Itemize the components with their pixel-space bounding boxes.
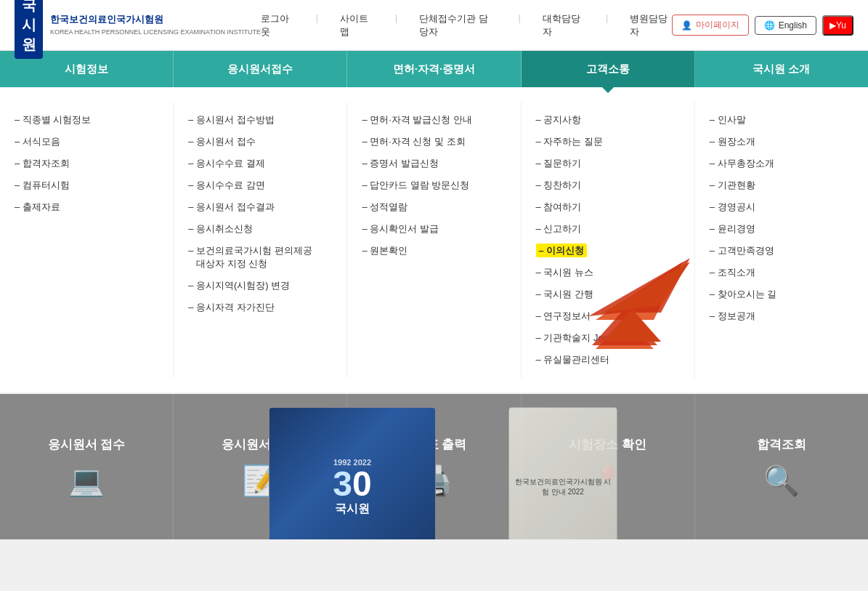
about-menu-list: – 인사말 – 원장소개 – 사무총장소개 – 기관현황 – 경영공시 – 윤리… xyxy=(710,109,853,327)
cust-menu-item[interactable]: – 공지사항 xyxy=(536,109,680,131)
about-menu-item[interactable]: – 사무총장소개 xyxy=(710,153,853,174)
cust-menu-item[interactable]: – 연구정보서 xyxy=(536,305,680,327)
globe-icon: 🌐 xyxy=(764,20,775,31)
bottom-item-apply[interactable]: 응시원서 접수 💻 xyxy=(0,394,174,539)
nav-divider: | xyxy=(316,12,318,39)
customer-menu-list: – 공지사항 – 자주하는 질문 – 질문하기 – 칭찬하기 – 참여하기 – … xyxy=(536,109,680,371)
lic-menu-item[interactable]: – 성적열람 xyxy=(362,196,506,218)
cust-menu-item[interactable]: – 기관학술지 Jeop xyxy=(536,327,680,349)
header-actions: 👤 마이페이지 🌐 English ▶ Yu xyxy=(672,15,853,36)
app-menu-item[interactable]: – 응시원서 접수결과 xyxy=(188,196,332,218)
cust-menu-item[interactable]: – 유실물관리센터 xyxy=(536,349,680,371)
mypage-button[interactable]: 👤 마이페이지 xyxy=(672,15,749,36)
bottom-item-result[interactable]: 합격조회 🔍 xyxy=(695,394,868,539)
about-menu-item[interactable]: – 정보공개 xyxy=(710,305,853,327)
about-menu-item[interactable]: – 찾아오시는 길 xyxy=(710,284,853,305)
lic-menu-item[interactable]: – 응시확인서 발급 xyxy=(362,218,506,240)
english-label: English xyxy=(779,20,807,31)
logo-icon: 국시원 xyxy=(15,0,43,59)
dropdown-col-customer: – 공지사항 – 자주하는 질문 – 질문하기 – 칭찬하기 – 참여하기 – … xyxy=(522,102,695,378)
license-menu-list: – 면허·자격 발급신청 안내 – 면허·자격 신청 및 조회 – 증명서 발급… xyxy=(362,109,506,262)
about-menu-item[interactable]: – 조직소개 xyxy=(710,262,853,284)
cust-menu-item-highlighted[interactable]: – 이의신청 xyxy=(536,240,680,262)
apply-icon: 💻 xyxy=(68,464,105,498)
nav-item-application[interactable]: 응시원서접수 xyxy=(174,51,347,87)
app-menu-item[interactable]: – 보건의료국가시험 편의제공 대상자 지정 신청 xyxy=(188,240,332,275)
cust-menu-item[interactable]: – 신고하기 xyxy=(536,218,680,240)
highlighted-text: – 이의신청 xyxy=(536,244,588,257)
book-overlay-1: 1992 2022 30 국시원 xyxy=(269,407,436,539)
lic-menu-item[interactable]: – 증명서 발급신청 xyxy=(362,153,506,174)
dropdown-col-about: – 인사말 – 원장소개 – 사무총장소개 – 기관현황 – 경영공시 – 윤리… xyxy=(695,102,868,378)
book-overlay-2: 한국보건의료인국가시험원 시험 안내 2022 xyxy=(508,407,617,539)
nav-divider3: | xyxy=(518,12,520,39)
logo-area: 국시원 한국보건의료인국가시험원 KOREA HEALTH PERSONNEL … xyxy=(15,0,261,59)
cust-menu-item[interactable]: – 질문하기 xyxy=(536,153,680,174)
nav-divider2: | xyxy=(395,12,397,39)
book-text-1: 1992 2022 30 국시원 xyxy=(333,458,371,517)
lic-menu-item[interactable]: – 면허·자격 발급신청 안내 xyxy=(362,109,506,131)
nav-item-customer[interactable]: 고객소통 xyxy=(522,51,695,87)
nav-item-exam-info[interactable]: 시험정보 xyxy=(0,51,174,87)
exam-menu-item[interactable]: – 합격자조회 xyxy=(15,153,158,174)
nav-item-license[interactable]: 면허·자격·증명서 xyxy=(347,51,521,87)
mypage-label: 마이페이지 xyxy=(696,19,739,31)
app-menu-item[interactable]: – 응시수수료 감면 xyxy=(188,174,332,196)
about-menu-item[interactable]: – 원장소개 xyxy=(710,131,853,153)
lic-menu-item[interactable]: – 답안카드 열람 방문신청 xyxy=(362,174,506,196)
header-nav: 로그아웃 | 사이트맵 | 단체접수기관 담당자 | 대학담당자 | 병원담당자 xyxy=(261,12,672,39)
nav-university[interactable]: 대학담당자 xyxy=(543,12,584,39)
nav-divider4: | xyxy=(606,12,608,39)
app-menu-item[interactable]: – 응시취소신청 xyxy=(188,218,332,240)
app-menu-item[interactable]: – 응시원서 접수 xyxy=(188,131,332,153)
app-menu-item[interactable]: – 응시자격 자가진단 xyxy=(188,297,332,318)
app-menu-item[interactable]: – 응시원서 접수방법 xyxy=(188,109,332,131)
exam-menu-item[interactable]: – 직종별 시험정보 xyxy=(15,109,158,131)
about-menu-item[interactable]: – 윤리경영 xyxy=(710,218,853,240)
main-nav: 시험정보 응시원서접수 면허·자격·증명서 고객소통 국시원 소개 xyxy=(0,51,868,87)
english-button[interactable]: 🌐 English xyxy=(755,16,816,35)
about-menu-item[interactable]: – 고객만족경영 xyxy=(710,240,853,262)
dropdown-area: – 직종별 시험정보 – 서식모음 – 합격자조회 – 컴퓨터시험 – 출제자료… xyxy=(0,87,868,394)
cust-menu-item[interactable]: – 자주하는 질문 xyxy=(536,131,680,153)
about-menu-item[interactable]: – 경영공시 xyxy=(710,196,853,218)
cust-menu-item[interactable]: – 참여하기 xyxy=(536,196,680,218)
person-icon: 👤 xyxy=(681,20,692,31)
about-menu-item[interactable]: – 기관현황 xyxy=(710,174,853,196)
cust-menu-item[interactable]: – 국시원 뉴스 xyxy=(536,262,680,284)
nav-sitemap[interactable]: 사이트맵 xyxy=(340,12,373,39)
dropdown-col-application: – 응시원서 접수방법 – 응시원서 접수 – 응시수수료 결제 – 응시수수료… xyxy=(174,102,347,378)
exam-menu-item[interactable]: – 서식모음 xyxy=(15,131,158,153)
about-menu-item[interactable]: – 인사말 xyxy=(710,109,853,131)
application-menu-list: – 응시원서 접수방법 – 응시원서 접수 – 응시수수료 결제 – 응시수수료… xyxy=(188,109,332,318)
app-menu-item[interactable]: – 응시수수료 결제 xyxy=(188,153,332,174)
cust-menu-item[interactable]: – 칭찬하기 xyxy=(536,174,680,196)
nav-logout[interactable]: 로그아웃 xyxy=(261,12,294,39)
app-menu-item[interactable]: – 응시지역(시험장) 변경 xyxy=(188,275,332,297)
exam-menu-list: – 직종별 시험정보 – 서식모음 – 합격자조회 – 컴퓨터시험 – 출제자료 xyxy=(15,109,158,218)
lic-menu-item[interactable]: – 면허·자격 신청 및 조회 xyxy=(362,131,506,153)
dropdown-col-exam: – 직종별 시험정보 – 서식모음 – 합격자조회 – 컴퓨터시험 – 출제자료 xyxy=(0,102,174,378)
dropdown-col-license: – 면허·자격 발급신청 안내 – 면허·자격 신청 및 조회 – 증명서 발급… xyxy=(347,102,521,378)
logo-text: 한국보건의료인국가시험원 KOREA HEALTH PERSONNEL LICE… xyxy=(50,13,261,38)
nav-group[interactable]: 단체접수기관 담당자 xyxy=(419,12,496,39)
result-icon: 🔍 xyxy=(763,464,800,498)
nav-hospital[interactable]: 병원담당자 xyxy=(630,12,671,39)
lic-menu-item[interactable]: – 원본확인 xyxy=(362,240,506,262)
book-text-2: 한국보건의료인국가시험원 시험 안내 2022 xyxy=(509,473,617,501)
header: 국시원 한국보건의료인국가시험원 KOREA HEALTH PERSONNEL … xyxy=(0,0,868,51)
page-wrapper: 국시원 한국보건의료인국가시험원 KOREA HEALTH PERSONNEL … xyxy=(0,0,868,539)
cust-menu-item[interactable]: – 국시원 간행 xyxy=(536,284,680,305)
nav-item-about[interactable]: 국시원 소개 xyxy=(695,51,868,87)
youtube-icon: ▶ xyxy=(830,20,836,31)
exam-menu-item[interactable]: – 출제자료 xyxy=(15,196,158,218)
exam-menu-item[interactable]: – 컴퓨터시험 xyxy=(15,174,158,196)
youtube-label: Yu xyxy=(836,20,846,31)
youtube-button[interactable]: ▶ Yu xyxy=(822,15,853,36)
